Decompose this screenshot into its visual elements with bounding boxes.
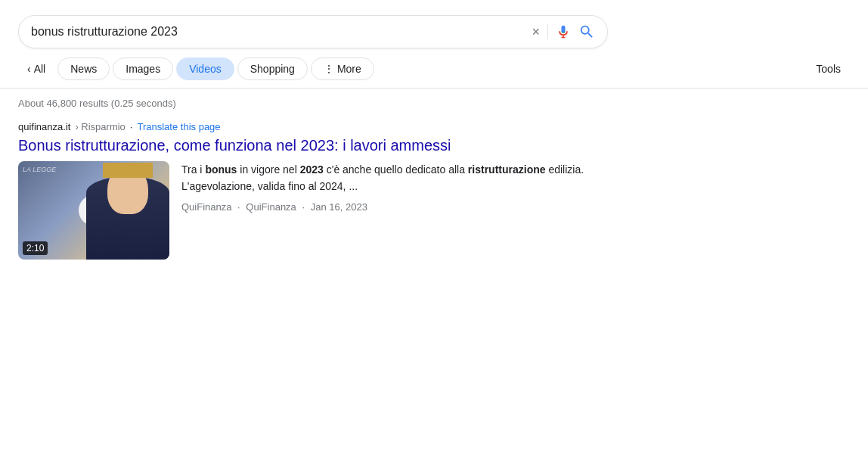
- search-icons: ×: [532, 23, 595, 40]
- search-input[interactable]: [31, 25, 522, 39]
- watermark: LA LEGGE: [23, 166, 56, 173]
- more-label: More: [337, 63, 361, 75]
- meta-dot1: ·: [237, 201, 240, 213]
- tab-shopping[interactable]: Shopping: [237, 58, 308, 80]
- result-snippet: Tra i bonus in vigore nel 2023 c'è anche…: [181, 161, 593, 195]
- result-source: quifinanza.it › Risparmio · Translate th…: [18, 121, 593, 132]
- tab-news[interactable]: News: [57, 58, 110, 80]
- tab-all-label: All: [34, 63, 46, 75]
- result-right: Tra i bonus in vigore nel 2023 c'è anche…: [181, 161, 593, 213]
- search-box: ×: [18, 15, 608, 48]
- result-meta: QuiFinanza · QuiFinanza · Jan 16, 2023: [181, 201, 593, 213]
- result-item: quifinanza.it › Risparmio · Translate th…: [18, 121, 593, 260]
- results-count: About 46,800 results (0.25 seconds): [18, 98, 850, 109]
- filter-tabs: ‹ All News Images Videos Shopping ⋮ More…: [0, 58, 868, 89]
- result-title[interactable]: Bonus ristrutturazione, come funziona ne…: [18, 135, 593, 155]
- video-duration: 2:10: [23, 241, 48, 255]
- tab-tools[interactable]: Tools: [807, 58, 850, 79]
- meta-source2: QuiFinanza: [246, 201, 296, 213]
- result-content: LA LEGGE 2:10 Tra i bonus in vigore nel …: [18, 161, 593, 260]
- result-domain: quifinanza.it: [18, 121, 70, 132]
- back-icon: ‹: [27, 63, 31, 75]
- search-bar-area: ×: [0, 0, 868, 58]
- result-breadcrumb: › Risparmio: [75, 121, 125, 132]
- meta-dot2: ·: [302, 201, 305, 213]
- tab-images[interactable]: Images: [113, 58, 173, 80]
- meta-date: Jan 16, 2023: [311, 201, 367, 213]
- clear-icon[interactable]: ×: [532, 25, 540, 39]
- results-area: About 46,800 results (0.25 seconds) quif…: [0, 89, 868, 260]
- video-thumbnail[interactable]: LA LEGGE 2:10: [18, 161, 169, 260]
- tab-all[interactable]: ‹ All: [18, 58, 54, 79]
- more-dots-icon: ⋮: [324, 63, 334, 75]
- tab-more[interactable]: ⋮ More: [311, 58, 374, 80]
- search-icon[interactable]: [578, 23, 595, 40]
- meta-source1: QuiFinanza: [181, 201, 231, 213]
- translate-link[interactable]: Translate this page: [137, 121, 220, 132]
- separator: ·: [130, 121, 133, 132]
- divider: [547, 24, 548, 39]
- mic-icon[interactable]: [556, 24, 571, 39]
- tab-videos[interactable]: Videos: [176, 58, 234, 80]
